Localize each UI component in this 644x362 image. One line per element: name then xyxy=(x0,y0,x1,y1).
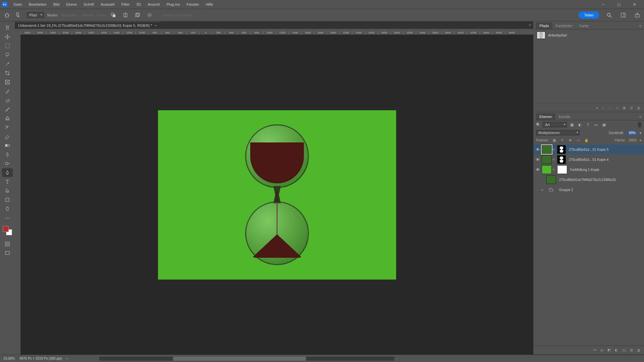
lock-all-icon[interactable]: 🔒 xyxy=(584,137,589,143)
lock-pixels-icon[interactable]: ▩ xyxy=(551,137,557,143)
shape-tool[interactable] xyxy=(2,195,13,204)
tab-ebenen[interactable]: Ebenen xyxy=(536,113,555,120)
new-layer-icon[interactable]: ⊞ xyxy=(630,348,633,352)
zoom-level[interactable]: 19,06% xyxy=(3,357,15,360)
workspaces-icon[interactable] xyxy=(619,11,627,19)
menu-fenster[interactable]: Fenster xyxy=(183,1,202,8)
layer-row[interactable]: 👁 ⎘ 275cd85e81d…01 Kopie 4 xyxy=(533,155,644,165)
link-icon[interactable]: ⎘ xyxy=(553,158,556,161)
horizontal-scrollbar[interactable] xyxy=(99,357,394,361)
doc-info[interactable]: 4976 Px × 3319 Px (300 ppi) xyxy=(19,357,62,360)
menu-ansicht[interactable]: Ansicht xyxy=(144,1,163,8)
blend-mode-dropdown[interactable]: Multiplizieren xyxy=(536,130,580,135)
pen-tool[interactable] xyxy=(2,168,13,177)
layer-row[interactable]: 👁 ⎘ Farbfüllung 1 Kopie xyxy=(533,165,644,175)
path-align-icon[interactable] xyxy=(121,11,130,19)
gradient-tool[interactable] xyxy=(2,141,13,150)
filter-toggle[interactable] xyxy=(638,122,641,127)
filter-smart-icon[interactable]: ▦ xyxy=(601,122,607,128)
menu-bild[interactable]: Bild xyxy=(50,1,63,8)
screenmode-icon[interactable] xyxy=(2,249,13,257)
layer-thumbnail[interactable] xyxy=(542,145,552,154)
scrollbar-thumb[interactable] xyxy=(173,357,306,361)
link-layers-icon[interactable]: ⚯ xyxy=(593,348,596,352)
new-path-icon[interactable]: ⊞ xyxy=(630,106,633,110)
make-selection-button[interactable]: Auswahl… xyxy=(62,13,79,17)
path-select-tool[interactable] xyxy=(2,186,13,195)
menu-plugins[interactable]: Plug-ins xyxy=(163,1,183,8)
adjustment-icon[interactable]: ◐ xyxy=(615,348,618,352)
gear-icon[interactable] xyxy=(145,11,154,19)
delete-path-icon[interactable]: 🗑 xyxy=(637,106,641,110)
path-row[interactable]: Arbeitspfad xyxy=(535,31,642,40)
layer-mask-thumbnail[interactable] xyxy=(557,145,566,154)
tool-preset-icon[interactable] xyxy=(15,11,23,19)
canvas-image[interactable] xyxy=(158,110,396,280)
layer-thumbnail[interactable] xyxy=(542,165,552,174)
opacity-value[interactable]: 89% xyxy=(628,131,637,135)
menu-3d[interactable]: 3D xyxy=(133,1,144,8)
history-brush-tool[interactable] xyxy=(2,123,13,132)
path-ops-icon[interactable] xyxy=(109,11,118,19)
panel-menu-icon[interactable]: ≡ xyxy=(637,22,644,29)
window-close-button[interactable]: ✕ xyxy=(627,0,642,9)
tab-farbfelder[interactable]: Farbfelder xyxy=(552,22,576,29)
menu-schrift[interactable]: Schrift xyxy=(80,1,97,8)
crop-tool[interactable] xyxy=(2,69,13,77)
filter-adjust-icon[interactable]: ◐ xyxy=(577,122,583,128)
layer-thumbnail[interactable] xyxy=(546,175,556,184)
layer-name[interactable]: 275cd85e81d…01 Kopie 5 xyxy=(567,148,643,152)
marquee-tool[interactable] xyxy=(2,42,13,50)
menu-hilfe[interactable]: Hilfe xyxy=(202,1,216,8)
fill-value[interactable]: 100% xyxy=(628,138,637,142)
brush-tool[interactable] xyxy=(2,105,13,114)
filter-pixel-icon[interactable]: ▩ xyxy=(569,122,575,128)
layer-row[interactable]: 👁 275cd85e81dc7f4f4d276c2c23386c01 xyxy=(533,175,644,185)
blur-tool[interactable] xyxy=(2,150,13,159)
opacity-label[interactable]: Deckkraft: xyxy=(609,131,624,135)
filter-shape-icon[interactable]: ▭ xyxy=(593,122,599,128)
layers-menu-icon[interactable]: ≡ xyxy=(637,113,644,120)
menu-datei[interactable]: Datei xyxy=(10,1,25,8)
pen-mode-dropdown[interactable]: Pfad xyxy=(27,12,44,18)
link-icon[interactable]: ⎘ xyxy=(553,168,556,171)
fill-chevron-icon[interactable]: ▾ xyxy=(640,138,641,142)
move-tool[interactable] xyxy=(2,33,13,41)
path-arrange-icon[interactable] xyxy=(133,11,142,19)
layer-thumbnail[interactable] xyxy=(542,155,552,164)
lock-artboard-icon[interactable]: ▭ xyxy=(576,137,581,143)
expand-group-icon[interactable]: ▸ xyxy=(542,188,545,191)
type-tool[interactable] xyxy=(2,177,13,186)
eyedropper-tool[interactable] xyxy=(2,87,13,96)
tab-pfade[interactable]: Pfade xyxy=(536,22,552,29)
window-maximize-button[interactable]: ▢ xyxy=(611,0,627,9)
menu-filter[interactable]: Filter xyxy=(118,1,133,8)
tab-kanaele[interactable]: Kanäle xyxy=(555,113,574,120)
sel-to-path-icon[interactable]: ◇ xyxy=(616,106,619,110)
layer-name[interactable]: Farbfüllung 1 Kopie xyxy=(568,168,643,172)
search-icon[interactable] xyxy=(605,11,613,19)
viewport[interactable] xyxy=(21,35,533,355)
layer-mask-thumbnail[interactable] xyxy=(557,155,566,164)
tab-farbe[interactable]: Farbe xyxy=(576,22,592,29)
collapse-panels-icon[interactable]: » xyxy=(527,21,533,28)
fx-icon[interactable]: fx xyxy=(600,348,603,352)
layer-name[interactable]: 275cd85e81dc7f4f4d276c2c23386c01 xyxy=(557,178,643,182)
close-tab-icon[interactable]: × xyxy=(155,23,157,27)
menu-bearbeiten[interactable]: Bearbeiten xyxy=(25,1,50,8)
layer-name[interactable]: 275cd85e81d…01 Kopie 4 xyxy=(567,158,643,162)
dodge-tool[interactable] xyxy=(2,159,13,168)
make-mask-button[interactable]: Maske xyxy=(83,13,94,17)
share-export-icon[interactable] xyxy=(633,11,641,19)
window-minimize-button[interactable]: ─ xyxy=(596,0,611,9)
menu-ebene[interactable]: Ebene xyxy=(63,1,80,8)
wand-tool[interactable] xyxy=(2,60,13,68)
heal-tool[interactable] xyxy=(2,96,13,105)
stamp-tool[interactable] xyxy=(2,114,13,123)
filter-type-icon[interactable]: T xyxy=(585,122,591,128)
fill-label[interactable]: Fläche: xyxy=(615,138,626,142)
color-swatches[interactable] xyxy=(3,226,12,235)
home-icon[interactable] xyxy=(3,11,11,19)
fg-color-swatch[interactable] xyxy=(3,226,9,232)
info-chevron-icon[interactable]: › xyxy=(67,357,68,360)
